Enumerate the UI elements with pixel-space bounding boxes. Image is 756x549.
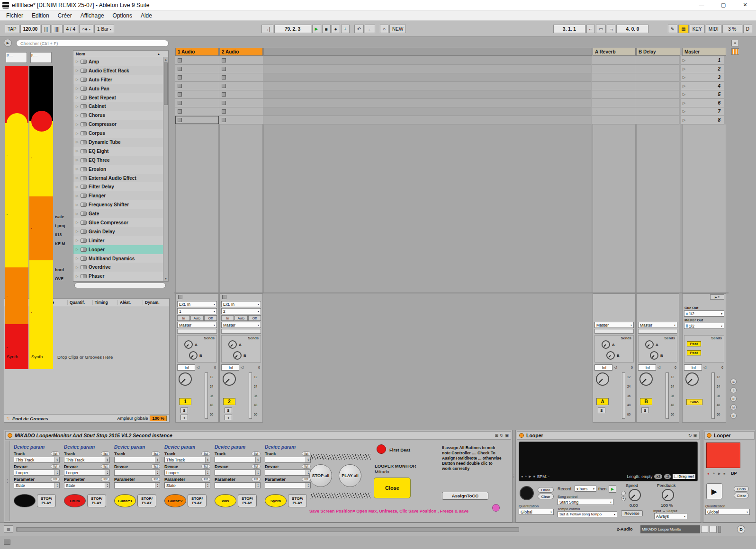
midi-map-button[interactable]: MIDI (706, 25, 721, 33)
punch-out-button[interactable]: ¬ (607, 25, 615, 33)
scene-play-icon[interactable]: ▷ (683, 75, 685, 80)
browser-device-item[interactable]: ▷ Limiter (73, 236, 168, 245)
overdub-icon[interactable]: + (713, 472, 715, 475)
clip-stop-icon[interactable] (178, 295, 182, 299)
monitor-in-button[interactable]: In (221, 315, 234, 321)
clip-stop-icon[interactable] (178, 75, 182, 80)
disclosure-icon[interactable]: ▷ (76, 114, 81, 117)
list-badge[interactable]: list (252, 477, 261, 481)
menu-item[interactable]: Fichier (2, 12, 27, 19)
master-out-select[interactable]: ii 1/2▾ (684, 323, 724, 329)
quantization-select[interactable]: Global▾ (519, 509, 554, 515)
browser-device-item[interactable]: ▷ Chorus (73, 111, 168, 120)
scroll-down-icon[interactable]: ▼ (163, 276, 168, 281)
looper-record-display[interactable] (706, 443, 740, 468)
stop-all-clips-button[interactable]: ▶≡ (710, 294, 724, 300)
output-select[interactable]: Master▾ (177, 322, 217, 328)
clip-slot[interactable] (175, 65, 219, 73)
metronome-toggle[interactable]: ○●▾ (79, 25, 93, 33)
record-icon[interactable]: ● (707, 472, 709, 475)
punch-in-button[interactable]: ⌐ (586, 25, 595, 33)
pink-indicator[interactable] (492, 504, 500, 512)
clip-slot[interactable] (175, 90, 219, 99)
browser-device-item[interactable]: ▷ Looper (73, 245, 168, 254)
volume-knob[interactable] (179, 372, 192, 386)
speed-knob[interactable] (629, 489, 641, 501)
play-all-button[interactable]: PLAY all (339, 464, 361, 487)
clip-stop-icon[interactable] (178, 58, 182, 62)
disclosure-icon[interactable]: ▷ (76, 194, 81, 198)
send-a-knob[interactable] (602, 340, 610, 349)
clip-stop-icon[interactable] (222, 118, 226, 122)
list-badge[interactable]: list (101, 464, 110, 469)
scene-launch-slot[interactable]: ▷ 7 (681, 107, 724, 116)
list-badge[interactable]: list (302, 464, 311, 469)
undo-button[interactable]: Undo (538, 487, 554, 493)
automation-arm-button[interactable]: ↶ (354, 25, 364, 33)
clip-stop-icon[interactable] (178, 118, 182, 122)
send-b-post-toggle[interactable]: Post (687, 350, 701, 355)
tempo-control-select[interactable]: Set & Follow song tempo▾ (558, 511, 617, 517)
maximize-button[interactable]: ▢ (712, 0, 734, 10)
disclosure-icon[interactable]: ▷ (76, 274, 81, 278)
browser-device-item[interactable]: ▷ Audio Effect Rack (73, 66, 168, 75)
browser-device-item[interactable]: ▷ Phaser (73, 272, 168, 281)
save-icon[interactable]: ▣ (504, 433, 509, 438)
device-select[interactable]: Looper▴▾ (164, 469, 210, 476)
scene-play-icon[interactable]: ▷ (683, 92, 685, 97)
clip-slot[interactable] (175, 82, 219, 90)
follow-button[interactable]: →| (261, 25, 273, 33)
scene-launch-slot[interactable]: ▷ 5 (681, 90, 724, 99)
master-solo-button[interactable]: Solo (686, 399, 702, 405)
volume-knob[interactable] (685, 372, 699, 386)
disclosure-icon[interactable]: ▷ (76, 132, 81, 135)
parameter-select[interactable]: State▴▾ (164, 482, 210, 488)
browser-device-item[interactable]: ▷ Erosion (73, 165, 168, 174)
menu-item[interactable]: Affichage (76, 12, 108, 19)
overdub-icon[interactable]: + (525, 475, 527, 478)
send-a-knob[interactable] (184, 340, 193, 349)
solo-button[interactable]: S (225, 407, 232, 413)
mini-scrollbar[interactable] (718, 526, 721, 533)
stop-play-button[interactable]: STOP/PLAY (288, 494, 307, 507)
scene-launch-slot[interactable]: ▷ 3 (681, 73, 724, 82)
parameter-select[interactable]: ▴▾ (114, 482, 160, 488)
stop-play-button[interactable]: STOP/PLAY (37, 494, 56, 507)
solo-button[interactable]: S (641, 407, 649, 413)
stop-play-button[interactable]: STOP/PLAY (188, 494, 207, 507)
undo-button[interactable]: Undo (734, 486, 749, 492)
clip-slot[interactable] (175, 116, 219, 124)
track-select[interactable]: This Track▴▾ (64, 457, 110, 463)
track-color-button[interactable]: Synth (265, 494, 287, 507)
solo-button[interactable]: S (598, 407, 605, 413)
browser-device-item[interactable]: ▷ Cabinet (73, 102, 168, 111)
track-header-1[interactable]: 1 Audio (175, 48, 219, 56)
browser-footer-field[interactable] (74, 283, 166, 288)
volume-value-field[interactable]: -Inf (638, 364, 656, 371)
scene-play-icon[interactable]: ▷ (683, 109, 685, 114)
mini-device-view[interactable] (701, 526, 708, 533)
send-a-post-toggle[interactable]: Post (687, 341, 701, 346)
clip-slot[interactable] (219, 73, 263, 82)
io-select[interactable]: Always▾ (654, 513, 687, 519)
return-header-a[interactable]: A Reverb (593, 48, 636, 56)
disclosure-icon[interactable]: ▷ (76, 140, 81, 144)
disclosure-icon[interactable]: ▷ (76, 167, 81, 171)
speed-minus-button[interactable]: − (621, 491, 626, 496)
menu-item[interactable]: Edition (27, 12, 54, 19)
disclosure-icon[interactable]: ▷ (76, 230, 81, 233)
browser-device-item[interactable]: ▷ EQ Three (73, 156, 168, 165)
output-select[interactable]: Master▾ (638, 322, 677, 328)
parameter-select[interactable]: State▴▾ (14, 482, 60, 488)
song-control-select[interactable]: Start Song▾ (558, 499, 613, 505)
device-power-icon[interactable] (519, 433, 524, 438)
clip-slot[interactable] (219, 56, 263, 65)
scroll-up-icon[interactable]: ▲ (163, 57, 168, 62)
input-type-select[interactable]: Ext. In▾ (221, 301, 261, 307)
arrangement-position-field[interactable]: 79. 2. 3 (274, 25, 311, 33)
return-activator-button[interactable]: B (640, 398, 652, 405)
play-icon[interactable]: ▶ (529, 475, 531, 478)
track-activator-button[interactable]: 1 (179, 398, 191, 405)
return-activator-button[interactable]: A (596, 398, 609, 405)
groove-column-header[interactable]: Quantif. (67, 300, 92, 305)
